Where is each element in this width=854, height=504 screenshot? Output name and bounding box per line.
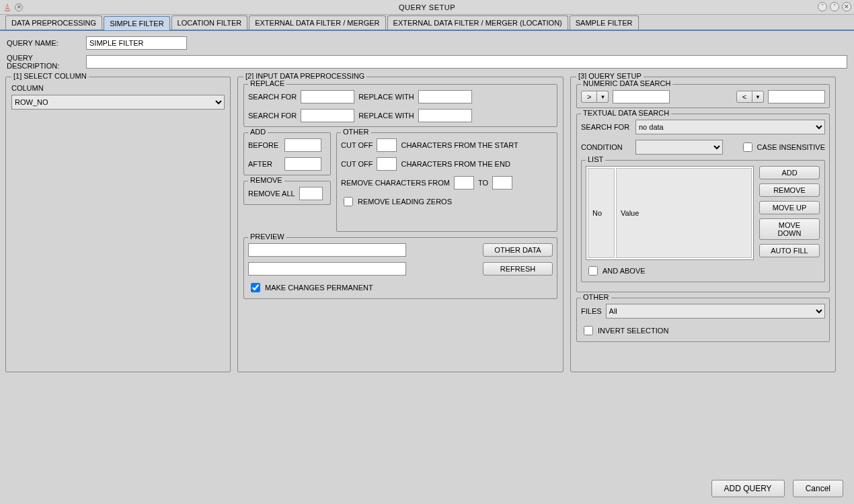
chars-start-label: CHARACTERS FROM THE START [401, 141, 518, 149]
remove-all-label: REMOVE ALL [248, 190, 295, 198]
remove-from-input[interactable] [454, 176, 474, 190]
numeric-title: NUMERIC DATA SEARCH [581, 79, 672, 87]
make-permanent-label: MAKE CHANGES PERMANENT [265, 284, 373, 292]
group-numeric: NUMERIC DATA SEARCH > < [576, 84, 830, 108]
list-remove-button[interactable]: REMOVE [759, 183, 820, 197]
preview-input-2[interactable] [248, 262, 406, 276]
cutoff-label-1: CUT OFF [341, 141, 373, 149]
and-above-label: AND ABOVE [603, 267, 646, 275]
group-remove: REMOVE REMOVE ALL [243, 181, 331, 205]
replace-search-input-2[interactable] [301, 109, 354, 122]
other-files-title: OTHER [581, 293, 611, 301]
textual-search-dropdown[interactable]: no data [635, 120, 825, 134]
cutoff-start-input[interactable] [377, 138, 397, 152]
panel-1-title: [1] SELECT COLUMN [11, 72, 89, 80]
tab-bar: DATA PREPROCESSING SIMPLE FILTER LOCATIO… [0, 15, 854, 31]
remove-to-input[interactable] [492, 176, 512, 190]
group-list: LIST No Value ADD REMOVE MOVE UP [581, 160, 825, 282]
replace-title: REPLACE [248, 79, 286, 87]
list-title: LIST [586, 155, 605, 163]
column-dropdown[interactable]: ROW_NO [11, 95, 225, 110]
list-move-down-button[interactable]: MOVE DOWN [759, 218, 820, 240]
list-auto-fill-button[interactable]: AUTO FILL [759, 244, 820, 257]
tab-data-preprocessing[interactable]: DATA PREPROCESSING [5, 15, 102, 30]
textual-title: TEXTUAL DATA SEARCH [581, 109, 671, 117]
tab-location-filter[interactable]: LOCATION FILTER [171, 15, 248, 30]
titlebar: ✕ QUERY SETUP ˅ ˄ ✕ [0, 0, 854, 15]
remove-title: REMOVE [248, 176, 284, 184]
cancel-button[interactable]: Cancel [793, 480, 843, 497]
other-data-button[interactable]: OTHER DATA [483, 243, 553, 257]
group-preview: PREVIEW OTHER DATA REFRESH MAKE CHANGES … [243, 237, 557, 299]
panel-select-column: [1] SELECT COLUMN COLUMN ROW_NO [5, 77, 231, 372]
cutoff-end-input[interactable] [377, 157, 397, 171]
query-name-input[interactable] [86, 36, 187, 50]
group-add: ADD BEFORE AFTER [243, 132, 331, 175]
preview-title: PREVIEW [248, 233, 286, 241]
query-desc-input[interactable] [86, 55, 847, 69]
tab-external-filter-merger-location[interactable]: EXTERNAL DATA FILTER / MERGER (LOCATION) [387, 15, 568, 30]
col-no: No [588, 168, 615, 258]
col-value: Value [616, 168, 752, 258]
to-label: TO [478, 179, 488, 187]
files-label: FILES [581, 307, 602, 315]
remove-leading-zeros-checkbox[interactable] [344, 197, 353, 206]
after-label: AFTER [248, 160, 280, 168]
cutoff-label-2: CUT OFF [341, 160, 373, 168]
group-textual: TEXTUAL DATA SEARCH SEARCH FOR no data C… [576, 114, 830, 292]
preview-input-1[interactable] [248, 243, 406, 257]
invert-selection-label: INVERT SELECTION [598, 327, 668, 335]
files-dropdown[interactable]: All [606, 304, 825, 319]
remove-leading-zeros-label: REMOVE LEADING ZEROS [358, 198, 452, 206]
list-move-up-button[interactable]: MOVE UP [759, 201, 820, 214]
panel-input-preprocessing: [2] INPUT DATA PREPROCESSING REPLACE SEA… [237, 77, 564, 372]
panel-query-setup: [3] QUERY SETUP NUMERIC DATA SEARCH > < … [570, 77, 836, 372]
replace-with-input-2[interactable] [418, 109, 472, 122]
remove-all-input[interactable] [299, 187, 323, 200]
replace-search-input-1[interactable] [301, 90, 354, 103]
replace-search-label-2: SEARCH FOR [248, 112, 297, 120]
group-other: OTHER CUT OFFCHARACTERS FROM THE START C… [336, 132, 557, 232]
textual-search-label: SEARCH FOR [581, 123, 631, 131]
invert-selection-checkbox[interactable] [584, 326, 593, 335]
chars-end-label: CHARACTERS FROM THE END [401, 160, 510, 168]
window-title: QUERY SETUP [0, 3, 854, 11]
case-insensitive-label: CASE INSENSITIVE [757, 143, 825, 151]
list-table[interactable]: No Value [586, 166, 754, 260]
group-replace: REPLACE SEARCH FOR REPLACE WITH SEARCH F… [243, 84, 557, 127]
case-insensitive-checkbox[interactable] [743, 142, 752, 152]
replace-search-label-1: SEARCH FOR [248, 93, 297, 101]
lt-input[interactable] [768, 90, 825, 103]
other-title: OTHER [341, 128, 371, 136]
minimize-button[interactable]: ˅ [818, 2, 827, 11]
close-button[interactable]: ✕ [842, 2, 851, 11]
group-other-files: OTHER FILES All INVERT SELECTION [576, 298, 830, 342]
before-label: BEFORE [248, 141, 280, 149]
replace-with-label-1: REPLACE WITH [358, 93, 414, 101]
list-add-button[interactable]: ADD [759, 166, 820, 179]
add-title: ADD [248, 128, 268, 136]
tab-external-filter-merger[interactable]: EXTERNAL DATA FILTER / MERGER [249, 15, 385, 30]
query-name-label: QUERY NAME: [7, 39, 81, 47]
after-input[interactable] [284, 157, 321, 171]
maximize-button[interactable]: ˄ [830, 2, 839, 11]
query-desc-label: QUERY DESCRIPTION: [7, 54, 81, 70]
tab-simple-filter[interactable]: SIMPLE FILTER [104, 16, 169, 30]
add-query-button[interactable]: ADD QUERY [711, 480, 785, 497]
tab-sample-filter[interactable]: SAMPLE FILTER [570, 15, 639, 30]
replace-with-input-1[interactable] [418, 90, 472, 103]
replace-with-label-2: REPLACE WITH [358, 112, 414, 120]
gt-dropdown[interactable]: > [581, 91, 609, 103]
gt-input[interactable] [613, 90, 670, 103]
before-input[interactable] [284, 138, 321, 152]
and-above-checkbox[interactable] [588, 266, 598, 276]
remove-chars-label: REMOVE CHARACTERS FROM [341, 179, 450, 187]
refresh-button[interactable]: REFRESH [483, 262, 553, 276]
condition-label: CONDITION [581, 143, 631, 151]
column-label: COLUMN [11, 84, 225, 92]
condition-dropdown[interactable] [635, 140, 723, 155]
lt-dropdown[interactable]: < [736, 91, 764, 103]
make-permanent-checkbox[interactable] [251, 283, 260, 292]
